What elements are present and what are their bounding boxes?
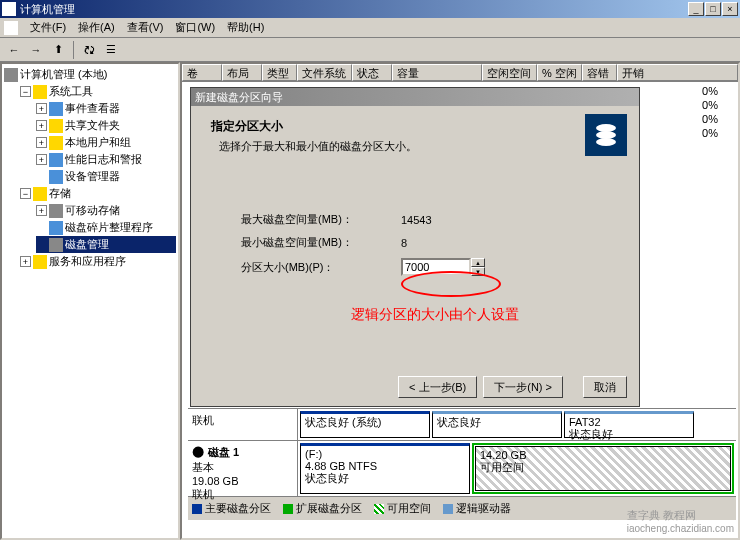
maximize-button[interactable]: □ bbox=[705, 2, 721, 16]
tree-label: 存储 bbox=[49, 186, 71, 201]
removable-icon bbox=[49, 204, 63, 218]
col-layout[interactable]: 布局 bbox=[222, 64, 262, 81]
tree-label: 可移动存储 bbox=[65, 203, 120, 218]
col-cap[interactable]: 容量 bbox=[392, 64, 482, 81]
free-space[interactable]: 14.20 GB 可用空间 bbox=[475, 446, 731, 491]
tree-localusers[interactable]: +本地用户和组 bbox=[36, 134, 176, 151]
swatch-icon bbox=[374, 504, 384, 514]
refresh-button[interactable]: 🗘 bbox=[79, 40, 99, 60]
dialog-heading: 指定分区大小 bbox=[211, 118, 619, 135]
size-label: 分区大小(MB)(P)： bbox=[241, 260, 401, 275]
menu-window[interactable]: 窗口(W) bbox=[169, 18, 221, 37]
new-partition-wizard-dialog: 新建磁盘分区向导 指定分区大小 选择介于最大和最小值的磁盘分区大小。 最大磁盘空… bbox=[190, 87, 640, 407]
col-overhead[interactable]: 开销 bbox=[617, 64, 738, 81]
part-drive: (F:) bbox=[305, 448, 465, 460]
expand-icon[interactable]: + bbox=[36, 120, 47, 131]
annotation-text: 逻辑分区的大小由个人设置 bbox=[351, 306, 519, 324]
collapse-icon[interactable]: − bbox=[20, 188, 31, 199]
close-button[interactable]: × bbox=[722, 2, 738, 16]
col-vol[interactable]: 卷 bbox=[182, 64, 222, 81]
app-icon bbox=[2, 2, 16, 16]
tree-perflogs[interactable]: +性能日志和警报 bbox=[36, 151, 176, 168]
col-type[interactable]: 类型 bbox=[262, 64, 297, 81]
watermark-text: 查字典 教程网 bbox=[627, 508, 734, 523]
spin-down-button[interactable]: ▼ bbox=[471, 267, 485, 276]
menu-help[interactable]: 帮助(H) bbox=[221, 18, 270, 37]
watermark-url: iaocheng.chazidian.com bbox=[627, 523, 734, 534]
pct-val: 0% bbox=[702, 84, 718, 98]
cancel-button[interactable]: 取消 bbox=[583, 376, 627, 398]
swatch-icon bbox=[283, 504, 293, 514]
part-size: 14.20 GB bbox=[480, 449, 726, 461]
disk1-partitions: (F:) 4.88 GB NTFS 状态良好 14.20 GB 可用空间 bbox=[298, 441, 736, 496]
collapse-icon[interactable]: − bbox=[20, 86, 31, 97]
tree-systools[interactable]: −系统工具 bbox=[20, 83, 176, 100]
menu-action[interactable]: 操作(A) bbox=[72, 18, 121, 37]
expand-icon[interactable]: + bbox=[36, 103, 47, 114]
legend-label: 主要磁盘分区 bbox=[205, 501, 271, 516]
folder-icon bbox=[33, 255, 47, 269]
spin-up-button[interactable]: ▲ bbox=[471, 258, 485, 267]
min-label: 最小磁盘空间量(MB)： bbox=[241, 235, 401, 250]
tree-label: 系统工具 bbox=[49, 84, 93, 99]
forward-button[interactable]: → bbox=[26, 40, 46, 60]
disk-status: 联机 bbox=[192, 413, 293, 428]
partition-size-input[interactable] bbox=[401, 258, 471, 276]
pct-list: 0% 0% 0% 0% bbox=[702, 84, 718, 140]
tree-shared[interactable]: +共享文件夹 bbox=[36, 117, 176, 134]
expand-icon[interactable]: + bbox=[20, 256, 31, 267]
dialog-buttons: < 上一步(B) 下一步(N) > 取消 bbox=[398, 376, 627, 398]
col-fs[interactable]: 文件系统 bbox=[297, 64, 352, 81]
next-button[interactable]: 下一步(N) > bbox=[483, 376, 563, 398]
svg-point-2 bbox=[596, 138, 616, 146]
tree-devmgr[interactable]: 设备管理器 bbox=[36, 168, 176, 185]
expand-icon[interactable]: + bbox=[36, 154, 47, 165]
disk0-row[interactable]: 联机 状态良好 (系统) 状态良好 FAT32状态良好 bbox=[188, 408, 736, 440]
tree-root[interactable]: 计算机管理 (本地) bbox=[4, 66, 176, 83]
back-button[interactable]: < 上一步(B) bbox=[398, 376, 477, 398]
col-pctfree[interactable]: % 空闲 bbox=[537, 64, 582, 81]
props-button[interactable]: ☰ bbox=[101, 40, 121, 60]
menu-file[interactable]: 文件(F) bbox=[24, 18, 72, 37]
tree-services[interactable]: +服务和应用程序 bbox=[20, 253, 176, 270]
disk-icon: ⬤ bbox=[192, 445, 204, 460]
tree-label: 磁盘管理 bbox=[65, 237, 109, 252]
tree-label: 共享文件夹 bbox=[65, 118, 120, 133]
partition[interactable]: 状态良好 (系统) bbox=[300, 411, 430, 438]
partition-f[interactable]: (F:) 4.88 GB NTFS 状态良好 bbox=[300, 443, 470, 494]
window-buttons: _ □ × bbox=[688, 2, 738, 16]
up-button[interactable]: ⬆ bbox=[48, 40, 68, 60]
expand-icon[interactable]: + bbox=[36, 137, 47, 148]
back-button[interactable]: ← bbox=[4, 40, 24, 60]
tree-storage[interactable]: −存储 bbox=[20, 185, 176, 202]
col-free[interactable]: 空闲空间 bbox=[482, 64, 537, 81]
folder-icon bbox=[33, 187, 47, 201]
extended-partition[interactable]: 14.20 GB 可用空间 bbox=[472, 443, 734, 494]
min-space-row: 最小磁盘空间量(MB)： 8 bbox=[241, 235, 619, 250]
disk1-row[interactable]: ⬤磁盘 1 基本 19.08 GB 联机 (F:) 4.88 GB NTFS 状… bbox=[188, 440, 736, 496]
tree-label: 服务和应用程序 bbox=[49, 254, 126, 269]
menubar: 文件(F) 操作(A) 查看(V) 窗口(W) 帮助(H) bbox=[0, 18, 740, 38]
part-status: 可用空间 bbox=[480, 461, 726, 473]
volume-list-header: 卷 布局 类型 文件系统 状态 容量 空闲空间 % 空闲 容错 开销 bbox=[182, 64, 738, 82]
legend-extended: 扩展磁盘分区 bbox=[283, 501, 362, 516]
partition[interactable]: FAT32状态良好 bbox=[564, 411, 694, 438]
col-status[interactable]: 状态 bbox=[352, 64, 392, 81]
minimize-button[interactable]: _ bbox=[688, 2, 704, 16]
pct-val: 0% bbox=[702, 98, 718, 112]
partition[interactable]: 状态良好 bbox=[432, 411, 562, 438]
tree-panel[interactable]: 计算机管理 (本地) −系统工具 +事件查看器 +共享文件夹 +本地用户和组 +… bbox=[0, 62, 180, 540]
disk-type: 基本 bbox=[192, 460, 293, 475]
event-icon bbox=[49, 102, 63, 116]
dialog-body: 指定分区大小 选择介于最大和最小值的磁盘分区大小。 最大磁盘空间量(MB)： 1… bbox=[191, 106, 639, 374]
tree-defrag[interactable]: 磁盘碎片整理程序 bbox=[36, 219, 176, 236]
computer-icon bbox=[4, 68, 18, 82]
expand-icon[interactable]: + bbox=[36, 205, 47, 216]
swatch-icon bbox=[443, 504, 453, 514]
col-fault[interactable]: 容错 bbox=[582, 64, 617, 81]
menu-view[interactable]: 查看(V) bbox=[121, 18, 170, 37]
tree-diskmgmt[interactable]: 磁盘管理 bbox=[36, 236, 176, 253]
tree-removable[interactable]: +可移动存储 bbox=[36, 202, 176, 219]
share-icon bbox=[49, 119, 63, 133]
tree-eventviewer[interactable]: +事件查看器 bbox=[36, 100, 176, 117]
